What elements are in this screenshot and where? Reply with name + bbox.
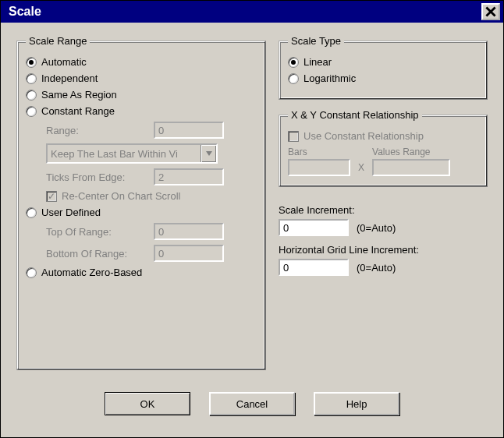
range-label: Range:: [46, 125, 147, 136]
label-linear: Linear: [303, 56, 332, 68]
option-auto-zero[interactable]: Automatic Zero-Based: [26, 267, 257, 278]
radio-logarithmic[interactable]: [288, 73, 299, 84]
radio-constant-range[interactable]: [26, 106, 37, 117]
label-user-defined: User Defined: [41, 207, 101, 218]
radio-independent[interactable]: [26, 73, 37, 84]
ticks-label: Ticks From Edge:: [46, 171, 147, 183]
bottom-range-label: Bottom Of Range:: [46, 248, 147, 260]
button-row: OK Cancel Help: [16, 380, 488, 429]
recenter-checkbox: [46, 191, 57, 202]
hgrid-hint: (0=Auto): [357, 262, 396, 274]
radio-same-as-region[interactable]: [26, 90, 37, 101]
top-range-label: Top Of Range:: [46, 226, 147, 238]
range-mode-value: Keep The Last Bar Within Vi: [51, 148, 201, 160]
bars-input: [288, 159, 350, 176]
option-logarithmic[interactable]: Logarithmic: [288, 72, 478, 84]
chevron-down-icon: [201, 145, 216, 162]
radio-linear[interactable]: [288, 57, 299, 68]
option-independent[interactable]: Independent: [26, 72, 257, 84]
scale-dialog: Scale Scale Range Automatic Independent: [0, 0, 504, 438]
scale-range-legend: Scale Range: [26, 35, 90, 47]
cancel-button[interactable]: Cancel: [209, 392, 295, 415]
range-mode-select: Keep The Last Bar Within Vi: [46, 143, 218, 164]
scale-increment-label: Scale Increment:: [279, 204, 488, 216]
hgrid-label: Horizontal Grid Line Increment:: [279, 244, 488, 256]
xy-relationship-group: X & Y Constant Relationship Use Constant…: [279, 109, 488, 187]
ticks-input: 2: [154, 168, 224, 185]
option-same-as-region[interactable]: Same As Region: [26, 89, 257, 101]
help-button[interactable]: Help: [314, 392, 399, 415]
top-range-input: 0: [154, 223, 224, 240]
label-auto-zero: Automatic Zero-Based: [41, 267, 142, 278]
use-constant-label: Use Constant Relationship: [303, 130, 424, 142]
option-linear[interactable]: Linear: [288, 56, 478, 68]
close-icon: [485, 6, 496, 17]
scale-type-group: Scale Type Linear Logarithmic: [279, 35, 488, 100]
hgrid-input[interactable]: [279, 259, 349, 276]
scale-increment-input[interactable]: [279, 219, 349, 236]
label-same-as-region: Same As Region: [41, 89, 117, 101]
range-input: 0: [154, 122, 224, 139]
scale-type-legend: Scale Type: [288, 35, 344, 47]
values-range-input: [372, 159, 450, 176]
xy-legend: X & Y Constant Relationship: [288, 109, 422, 121]
x-separator: X: [355, 162, 367, 176]
values-range-header: Values Range: [372, 147, 450, 157]
scale-increment-hint: (0=Auto): [357, 222, 396, 234]
radio-auto-zero[interactable]: [26, 267, 37, 278]
recenter-label: Re-Center On Chart Scroll: [62, 190, 180, 202]
option-automatic[interactable]: Automatic: [26, 56, 257, 68]
radio-user-defined[interactable]: [26, 207, 37, 218]
close-button[interactable]: [481, 3, 500, 20]
window-title: Scale: [9, 5, 481, 19]
option-constant-range[interactable]: Constant Range: [26, 105, 257, 117]
label-independent: Independent: [41, 72, 98, 84]
ok-button[interactable]: OK: [105, 392, 190, 415]
bottom-range-input: 0: [154, 245, 224, 262]
label-constant-range: Constant Range: [41, 105, 115, 117]
bars-header: Bars: [288, 147, 350, 157]
scale-range-group: Scale Range Automatic Independent Same A…: [16, 35, 266, 370]
label-logarithmic: Logarithmic: [303, 72, 356, 84]
radio-automatic[interactable]: [26, 57, 37, 68]
use-constant-checkbox: [288, 131, 299, 142]
label-automatic: Automatic: [41, 56, 87, 68]
titlebar: Scale: [1, 1, 503, 23]
dialog-body: Scale Range Automatic Independent Same A…: [1, 23, 503, 437]
option-user-defined[interactable]: User Defined: [26, 207, 257, 218]
